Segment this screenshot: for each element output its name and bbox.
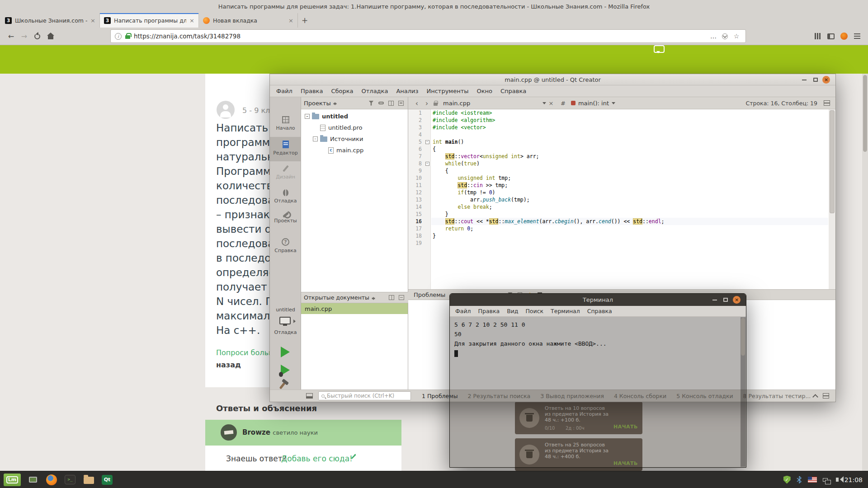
- menu-item[interactable]: Файл: [272, 88, 297, 94]
- menu-item[interactable]: Справка: [584, 308, 616, 314]
- tree-row[interactable]: –Источники: [301, 133, 408, 145]
- kit-selector-icon[interactable]: [279, 317, 291, 324]
- sync-button[interactable]: [377, 99, 385, 107]
- taskbar-qtcreator[interactable]: Qt: [101, 474, 113, 486]
- menu-item[interactable]: Файл: [452, 308, 475, 314]
- open-documents-label[interactable]: Открытые документы: [304, 294, 369, 301]
- menu-item[interactable]: Справка: [496, 88, 530, 94]
- split-button[interactable]: [387, 99, 395, 107]
- answerer-avatar[interactable]: [221, 424, 237, 441]
- collapse-icon[interactable]: –: [313, 136, 318, 141]
- menu-item[interactable]: Вид: [503, 308, 522, 314]
- terminal-content[interactable]: 5 6 7 2 10 2 50 11 050Для закрытия данно…: [450, 317, 746, 467]
- volume-icon[interactable]: [836, 478, 839, 482]
- tab-close-icon[interactable]: ×: [90, 18, 95, 23]
- filter-button[interactable]: [367, 99, 375, 107]
- menu-item[interactable]: Окно: [472, 88, 496, 94]
- document-selector[interactable]: main.cpp: [443, 100, 546, 107]
- browser-tab[interactable]: Новая вкладка×: [199, 13, 298, 28]
- editor-back-button[interactable]: ‹: [412, 99, 422, 108]
- add-answer-link[interactable]: Добавь его сюда!: [281, 454, 353, 463]
- problems-label[interactable]: Проблемы: [414, 291, 445, 298]
- open-document-item[interactable]: main.cpp: [301, 303, 408, 314]
- clock[interactable]: 21:08: [844, 476, 863, 483]
- pane-switch-icon[interactable]: [333, 100, 337, 106]
- menu-item[interactable]: Анализ: [392, 88, 422, 94]
- account-button[interactable]: [837, 30, 850, 43]
- chevron-down-icon[interactable]: [612, 102, 615, 106]
- minimize-button[interactable]: [802, 80, 807, 80]
- home-button[interactable]: [44, 30, 57, 43]
- show-desktop-button[interactable]: [27, 474, 39, 486]
- qtcreator-titlebar[interactable]: main.cpp @ untitled - Qt Creator ×: [270, 74, 835, 85]
- firewall-shield-icon[interactable]: ✓: [783, 476, 791, 484]
- mode-button-Редактор[interactable]: Редактор: [270, 137, 301, 161]
- pocket-icon[interactable]: [722, 33, 728, 39]
- fold-icon[interactable]: –: [425, 140, 429, 144]
- mode-button-Проекты[interactable]: Проекты: [270, 210, 301, 235]
- url-bar[interactable]: i … ☆: [110, 29, 746, 43]
- answerer-name[interactable]: Browze: [242, 428, 270, 436]
- window-titlebar[interactable]: Написать программы для решения задач: 1.…: [0, 0, 868, 13]
- back-label[interactable]: назад: [216, 361, 241, 369]
- tab-close-icon[interactable]: ×: [189, 18, 194, 23]
- tree-row[interactable]: –untitled: [301, 111, 408, 122]
- locator-input[interactable]: [327, 393, 408, 399]
- chevron-up-icon[interactable]: [812, 394, 818, 400]
- menu-item[interactable]: Сборка: [327, 88, 357, 94]
- symbol-selector[interactable]: main(): int: [578, 100, 609, 107]
- collapse-icon[interactable]: –: [305, 114, 310, 119]
- ask-more-link[interactable]: Попроси больш: [216, 348, 275, 357]
- minimize-button[interactable]: [712, 300, 717, 300]
- toggle-sidebar-icon[interactable]: [306, 393, 313, 399]
- code-editor[interactable]: 12345678910111213141516171819 –– #includ…: [408, 109, 835, 289]
- tree-row[interactable]: Cmain.cpp: [301, 145, 408, 156]
- locator-search[interactable]: [318, 391, 411, 400]
- split-editor-icon[interactable]: [824, 100, 830, 106]
- mode-button-Дизайн[interactable]: Дизайн: [270, 161, 301, 186]
- bluetooth-icon[interactable]: [797, 476, 802, 483]
- sidebar-button[interactable]: [824, 30, 837, 43]
- menu-item[interactable]: Правка: [475, 308, 504, 314]
- menu-item[interactable]: Поиск: [522, 308, 547, 314]
- fold-icon[interactable]: –: [425, 162, 429, 166]
- page-actions-icon[interactable]: …: [708, 33, 718, 40]
- keyboard-layout-flag[interactable]: [808, 477, 817, 483]
- run-button[interactable]: [281, 347, 290, 357]
- build-hammer-button[interactable]: [279, 381, 287, 389]
- scrollbar-thumb[interactable]: [863, 75, 867, 152]
- menu-item[interactable]: Отладка: [358, 88, 392, 94]
- menu-button[interactable]: [850, 30, 863, 43]
- taskbar-files[interactable]: [82, 474, 95, 486]
- maximize-button[interactable]: [813, 78, 818, 82]
- menu-item[interactable]: Инструменты: [422, 88, 472, 94]
- editor-forward-button[interactable]: ›: [422, 99, 432, 108]
- scrollbar-thumb[interactable]: [741, 318, 745, 356]
- reload-button[interactable]: [31, 30, 44, 43]
- back-button[interactable]: ←: [5, 30, 18, 43]
- symbol-hash[interactable]: #: [561, 100, 566, 107]
- page-scrollbar[interactable]: [862, 74, 868, 471]
- browser-tab[interactable]: ЗНаписать программы для ре×: [100, 13, 199, 28]
- taskbar-terminal[interactable]: >_: [64, 474, 76, 486]
- scrollbar-thumb[interactable]: [830, 110, 835, 213]
- asker-avatar[interactable]: [217, 101, 235, 119]
- editor-scrollbar[interactable]: [829, 109, 835, 289]
- mint-menu-button[interactable]: Lm: [4, 474, 21, 486]
- network-icon[interactable]: [823, 478, 828, 482]
- split-button[interactable]: [387, 294, 396, 301]
- pane-switch-icon[interactable]: [372, 295, 376, 300]
- mode-button-Справка[interactable]: ?Справка: [270, 235, 301, 259]
- menu-item[interactable]: Терминал: [547, 308, 584, 314]
- tab-close-icon[interactable]: ×: [288, 18, 293, 23]
- fold-margin[interactable]: ––: [424, 109, 431, 289]
- forward-button[interactable]: →: [18, 30, 31, 43]
- url-input[interactable]: [134, 33, 705, 40]
- bookmark-star-icon[interactable]: ☆: [731, 33, 741, 40]
- library-button[interactable]: [811, 30, 824, 43]
- output-pane-button[interactable]: 8 Результаты тестир...: [743, 393, 811, 399]
- close-button[interactable]: ×: [733, 296, 741, 304]
- messages-icon[interactable]: [654, 45, 665, 53]
- projects-header-label[interactable]: Проекты: [304, 100, 331, 107]
- mode-button-Отладка[interactable]: Отладка: [270, 186, 301, 210]
